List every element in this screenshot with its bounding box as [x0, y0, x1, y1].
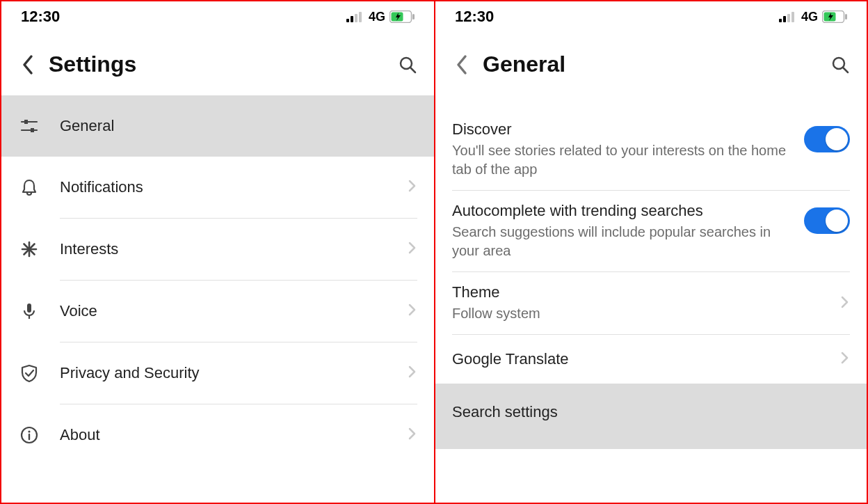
- svg-rect-17: [27, 304, 31, 313]
- general-header: General: [435, 32, 867, 95]
- chevron-right-icon: [408, 241, 417, 258]
- menu-item-label: About: [60, 426, 408, 444]
- asterisk-icon: [18, 238, 40, 260]
- svg-rect-27: [845, 14, 847, 19]
- page-title: General: [483, 52, 828, 77]
- status-right: 4G: [779, 10, 847, 24]
- settings-header: Settings: [1, 32, 434, 95]
- menu-item-label: Voice: [60, 302, 408, 320]
- info-icon: [18, 424, 40, 446]
- status-time: 12:30: [455, 8, 494, 26]
- settings-screen: 12:30 4G: [1, 1, 434, 503]
- svg-point-20: [28, 430, 30, 432]
- battery-charging-icon: [822, 10, 847, 23]
- chevron-right-icon: [408, 365, 417, 381]
- menu-item-voice[interactable]: Voice: [1, 281, 434, 342]
- menu-item-label: Notifications: [60, 178, 408, 196]
- chevron-left-icon: [21, 54, 35, 75]
- cellular-signal-icon: [346, 12, 363, 22]
- search-button[interactable]: [828, 52, 853, 77]
- svg-rect-24: [787, 14, 790, 22]
- battery-charging-icon: [389, 10, 415, 23]
- status-time: 12:30: [21, 8, 60, 26]
- menu-item-label: General: [60, 117, 417, 135]
- svg-rect-1: [351, 16, 353, 22]
- svg-rect-23: [783, 16, 786, 22]
- menu-item-general[interactable]: General: [1, 95, 434, 157]
- menu-item-label: Privacy and Security: [60, 364, 408, 382]
- menu-item-label: Interests: [60, 240, 408, 258]
- bell-icon: [18, 176, 40, 198]
- chevron-right-icon: [840, 295, 850, 312]
- general-screen: 12:30 4G: [434, 1, 867, 503]
- microphone-icon: [18, 300, 40, 322]
- svg-line-8: [410, 68, 415, 72]
- row-autocomplete[interactable]: Autocomplete with trending searches Sear…: [435, 191, 867, 271]
- row-title: Google Translate: [452, 350, 829, 368]
- search-icon: [398, 55, 417, 74]
- discover-toggle[interactable]: [804, 126, 850, 152]
- general-list: Discover You'll see stories related to y…: [435, 95, 867, 449]
- row-google-translate[interactable]: Google Translate: [435, 335, 867, 384]
- row-subtitle: Search suggestions will include popular …: [452, 223, 793, 260]
- svg-rect-11: [24, 120, 28, 124]
- sliders-icon: [18, 115, 40, 137]
- page-title: Settings: [49, 52, 395, 77]
- status-bar: 12:30 4G: [435, 1, 867, 32]
- svg-rect-3: [359, 12, 362, 22]
- svg-rect-25: [791, 12, 794, 22]
- search-icon: [830, 55, 850, 74]
- chevron-right-icon: [408, 179, 417, 196]
- network-label: 4G: [801, 10, 818, 24]
- autocomplete-toggle[interactable]: [804, 207, 850, 234]
- chevron-right-icon: [840, 351, 850, 368]
- chevron-right-icon: [408, 303, 417, 320]
- back-button[interactable]: [449, 52, 474, 77]
- row-theme[interactable]: Theme Follow system: [435, 272, 867, 334]
- chevron-right-icon: [408, 427, 417, 443]
- svg-rect-0: [346, 19, 349, 22]
- status-right: 4G: [346, 10, 415, 24]
- menu-item-about[interactable]: About: [1, 404, 434, 466]
- menu-item-notifications[interactable]: Notifications: [1, 157, 434, 218]
- search-button[interactable]: [395, 52, 420, 77]
- svg-rect-12: [31, 128, 34, 132]
- menu-item-privacy[interactable]: Privacy and Security: [1, 342, 434, 404]
- menu-item-interests[interactable]: Interests: [1, 219, 434, 280]
- status-bar: 12:30 4G: [1, 1, 434, 32]
- shield-check-icon: [18, 362, 40, 384]
- row-discover[interactable]: Discover You'll see stories related to y…: [435, 109, 867, 190]
- svg-rect-5: [412, 14, 415, 19]
- row-title: Search settings: [452, 403, 839, 421]
- network-label: 4G: [369, 10, 385, 24]
- row-title: Autocomplete with trending searches: [452, 202, 793, 220]
- row-subtitle: Follow system: [452, 304, 829, 323]
- row-title: Theme: [452, 283, 829, 301]
- svg-rect-2: [355, 14, 357, 22]
- chevron-left-icon: [455, 54, 469, 75]
- settings-menu: General Notifications: [1, 95, 434, 466]
- row-title: Discover: [452, 120, 793, 139]
- cellular-signal-icon: [779, 12, 796, 22]
- row-search-settings[interactable]: Search settings: [435, 384, 867, 449]
- back-button[interactable]: [15, 52, 40, 77]
- svg-rect-22: [779, 19, 782, 22]
- row-subtitle: You'll see stories related to your inter…: [452, 141, 793, 179]
- svg-line-30: [843, 68, 848, 72]
